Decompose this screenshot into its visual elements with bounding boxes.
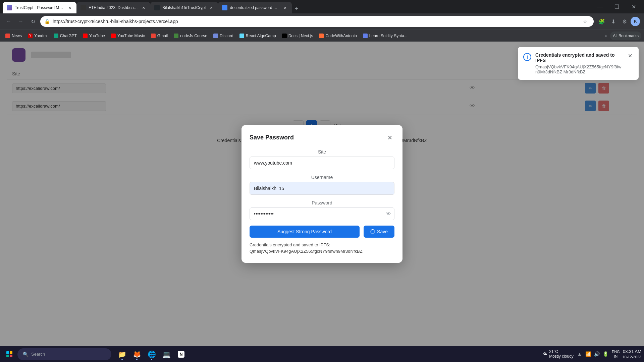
tab-favicon-github — [154, 5, 160, 10]
bookmark-solidity[interactable]: Learn Soldity Synta... — [360, 32, 410, 40]
url-bar[interactable]: 🔒 https://trust-crypt-28lceshru-bilal-sh… — [40, 16, 594, 27]
all-bookmarks-button[interactable]: All Bookmarks — [610, 32, 641, 40]
bookmark-discord[interactable]: Discord — [211, 32, 236, 40]
toast-content: Credentials encrypted and saved to IPFS … — [535, 52, 623, 74]
search-placeholder: Search — [31, 352, 45, 357]
weather-icon: 🌥 — [543, 352, 547, 356]
bookmark-yandex[interactable]: Y Yandex — [25, 32, 50, 40]
weather-widget[interactable]: 🌥 21°C Mostly cloudy — [543, 349, 574, 359]
up-arrow-icon[interactable]: ▲ — [576, 351, 583, 357]
tab-close-google[interactable]: ✕ — [282, 5, 288, 10]
save-password-modal: Save Password ✕ Site Username Password 👁 — [241, 125, 402, 263]
tab-close-github[interactable]: ✕ — [209, 5, 214, 10]
taskbar-chrome[interactable]: 🌐 — [145, 348, 158, 361]
notion-icon: N — [178, 351, 184, 358]
bookmark-codewithantonio[interactable]: CodeWithAntonio — [316, 32, 359, 40]
bookmark-nextjs[interactable]: Docs | Next.js — [279, 32, 316, 40]
suggest-password-button[interactable]: Suggest Strong Password — [250, 226, 360, 238]
settings-button[interactable]: ⚙ — [619, 16, 630, 27]
bookmark-news[interactable]: News — [3, 32, 24, 40]
modal-close-button[interactable]: ✕ — [385, 133, 394, 142]
tray-icons: ▲ 📶 🔊 🔋 — [576, 351, 609, 357]
bookmark-label-discord: Discord — [220, 34, 233, 38]
page-content: Site Actions 👁 ✏ 🗑 — [0, 42, 644, 346]
tab-trustcrypt[interactable]: TrustCrypt - Password Manager ✕ — [3, 2, 76, 13]
tab-google[interactable]: decentralized password manage... ✕ — [218, 2, 292, 13]
taskbar-search[interactable]: 🔍 Search — [17, 348, 111, 360]
new-tab-button[interactable]: + — [292, 4, 301, 13]
close-button[interactable]: ✕ — [626, 1, 641, 12]
firefox-icon: 🦊 — [133, 350, 141, 358]
modal-status-prefix: Credentials encrypted and saved to IPFS: — [250, 242, 330, 247]
profile-avatar[interactable]: B — [631, 17, 640, 26]
bookmark-star-icon[interactable]: ☆ — [580, 17, 590, 26]
ssl-lock-icon: 🔒 — [44, 19, 50, 24]
bookmark-favicon-chatgpt — [54, 34, 58, 38]
address-bar: ← → ↻ 🔒 https://trust-crypt-28lceshru-bi… — [0, 13, 644, 29]
bookmark-label-youtube: YouTube — [89, 34, 105, 38]
system-clock[interactable]: 08:31 AM 10-12-2023 — [623, 349, 641, 360]
bookmark-react[interactable]: React AlgoCamp — [237, 32, 279, 40]
weather-temp: 21°C — [549, 349, 574, 354]
password-field[interactable] — [250, 207, 394, 220]
minimize-button[interactable]: — — [592, 1, 608, 12]
extensions-button[interactable]: 🧩 — [596, 16, 607, 27]
bookmark-gmail[interactable]: Gmail — [148, 32, 170, 40]
toast-close-button[interactable]: ✕ — [627, 52, 633, 59]
bookmark-favicon-news — [5, 34, 10, 38]
password-form-group: Password 👁 — [250, 200, 394, 220]
bookmark-favicon-gmail — [151, 34, 156, 38]
file-explorer-icon: 📁 — [118, 350, 126, 358]
taskbar-apps: 📁 🦊 🌐 💻 N — [115, 348, 188, 361]
tab-close-trustcrypt[interactable]: ✕ — [67, 5, 72, 10]
forward-button[interactable]: → — [16, 17, 25, 26]
taskbar-vscode[interactable]: 💻 — [160, 348, 173, 361]
search-icon: 🔍 — [23, 352, 29, 357]
tab-github[interactable]: Bilalshaikh15/TrustCrypt ✕ — [150, 2, 218, 13]
reload-button[interactable]: ↻ — [28, 17, 38, 26]
tab-close-ethindia[interactable]: ✕ — [141, 5, 146, 10]
modal-buttons: Suggest Strong Password Save — [250, 226, 394, 238]
modal-title: Save Password — [250, 134, 294, 141]
tab-ethindia[interactable]: ETHIndia 2023: Dashboard | Dev... ✕ — [76, 2, 150, 13]
tab-favicon-google — [222, 5, 227, 10]
tab-favicon-ethindia — [80, 5, 86, 10]
bookmark-favicon-youtube-music — [111, 34, 116, 38]
bookmark-youtube-music[interactable]: YouTube Music — [108, 32, 148, 40]
bookmarks-more[interactable]: » — [602, 34, 610, 38]
language-indicator[interactable]: ENG IN — [612, 349, 620, 359]
username-label: Username — [250, 175, 394, 180]
bookmark-youtube[interactable]: YouTube — [80, 32, 108, 40]
vscode-icon: 💻 — [162, 350, 171, 358]
weather-desc: Mostly cloudy — [549, 354, 574, 359]
taskbar-notion[interactable]: N — [174, 348, 188, 361]
downloads-button[interactable]: ⬇ — [608, 16, 619, 27]
back-button[interactable]: ← — [4, 17, 13, 26]
tab-title-github: Bilalshaikh15/TrustCrypt — [162, 5, 206, 10]
all-bookmarks-label: All Bookmarks — [613, 34, 639, 38]
notification-toast: i Credentials encrypted and saved to IPF… — [518, 47, 639, 80]
maximize-button[interactable]: ❐ — [609, 1, 625, 12]
bookmark-favicon-yandex: Y — [28, 34, 33, 38]
bookmark-label-solidity: Learn Soldity Synta... — [369, 34, 408, 38]
toast-info-icon: i — [523, 53, 531, 61]
taskbar-file-explorer[interactable]: 📁 — [115, 348, 129, 361]
bookmark-favicon-codewithantonio — [319, 34, 324, 38]
bookmark-nodejs[interactable]: nodeJs Course — [171, 32, 210, 40]
network-icon[interactable]: 📶 — [585, 351, 592, 357]
username-field[interactable] — [250, 182, 394, 195]
battery-icon[interactable]: 🔋 — [602, 351, 609, 357]
site-field[interactable] — [250, 157, 394, 169]
bookmark-label-nodejs: nodeJs Course — [180, 34, 207, 38]
taskbar-firefox[interactable]: 🦊 — [130, 348, 144, 361]
username-form-group: Username — [250, 175, 394, 195]
bookmark-favicon-solidity — [363, 34, 368, 38]
save-label: Save — [377, 229, 388, 234]
password-toggle-button[interactable]: 👁 — [386, 211, 391, 217]
app-active-dot — [151, 359, 152, 360]
save-button[interactable]: Save — [364, 226, 394, 238]
modal-header: Save Password ✕ — [250, 133, 394, 142]
speaker-icon[interactable]: 🔊 — [594, 351, 600, 357]
bookmark-chatgpt[interactable]: ChatGPT — [51, 32, 79, 40]
start-button[interactable] — [3, 348, 16, 361]
